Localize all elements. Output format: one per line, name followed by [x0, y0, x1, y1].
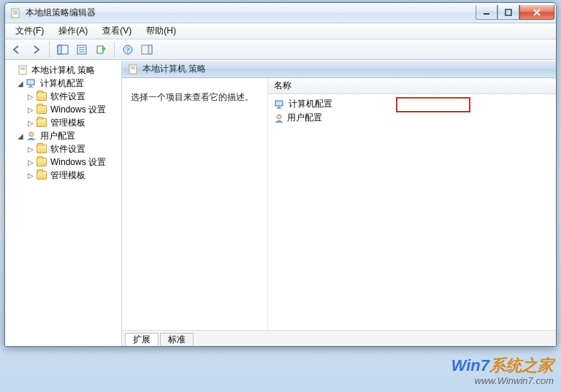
tree-software-settings[interactable]: ▷ 软件设置	[7, 142, 120, 155]
collapse-icon[interactable]: ◢	[15, 78, 26, 88]
main-window: 本地组策略编辑器 文件(F) 操作(A) 查看(V) 帮助(H) ? 本地计算机…	[4, 2, 557, 347]
folder-icon	[36, 117, 47, 128]
tree-label: Windows 设置	[50, 104, 106, 116]
expand-icon[interactable]: ▷	[26, 144, 36, 154]
tree-label: 软件设置	[50, 143, 85, 155]
tab-standard[interactable]: 标准	[160, 333, 194, 346]
list-item-label: 计算机配置	[289, 98, 332, 110]
folder-icon	[36, 104, 47, 115]
watermark: Win7系统之家 www.Winwin7.com	[451, 355, 554, 386]
policy-icon	[17, 64, 28, 76]
svg-rect-9	[58, 45, 61, 54]
tree-computer-config[interactable]: ◢ 计算机配置	[7, 77, 120, 90]
minimize-button[interactable]	[476, 5, 497, 20]
svg-point-25	[29, 132, 34, 137]
tab-label: 扩展	[133, 334, 150, 346]
properties-button[interactable]	[73, 42, 91, 58]
svg-rect-23	[29, 85, 32, 87]
collapse-icon[interactable]: ◢	[15, 131, 26, 141]
policy-icon	[128, 64, 138, 74]
tree-user-config[interactable]: ◢ 用户配置	[7, 129, 120, 142]
show-hide-tree-button[interactable]	[54, 42, 72, 58]
menubar: 文件(F) 操作(A) 查看(V) 帮助(H)	[5, 23, 556, 39]
watermark-win7: Win7	[451, 356, 489, 374]
expand-icon[interactable]: ▷	[26, 104, 36, 115]
list-item-user-config[interactable]: 用户配置	[272, 111, 552, 125]
tree-label: 本地计算机 策略	[31, 64, 95, 77]
user-icon	[26, 130, 37, 142]
show-hide-action-pane-button[interactable]	[138, 42, 156, 58]
menu-view[interactable]: 查看(V)	[95, 23, 139, 39]
policy-icon	[9, 7, 21, 19]
folder-icon	[36, 143, 47, 155]
svg-rect-18	[148, 45, 152, 54]
tree-label: 软件设置	[50, 91, 85, 103]
computer-icon	[26, 77, 37, 89]
list-items: 计算机配置 用户配置	[268, 94, 556, 128]
tree-admin-templates[interactable]: ▷ 管理模板	[7, 169, 120, 182]
menu-file[interactable]: 文件(F)	[8, 23, 51, 39]
list-item-label: 用户配置	[287, 112, 322, 124]
svg-rect-5	[505, 9, 511, 15]
tabstrip: 扩展 标准	[122, 330, 556, 346]
svg-rect-19	[19, 66, 26, 74]
toolbar: ?	[5, 39, 556, 60]
tab-extended[interactable]: 扩展	[125, 333, 159, 346]
tree-admin-templates[interactable]: ▷ 管理模板	[7, 116, 120, 129]
svg-point-32	[277, 115, 281, 119]
help-button[interactable]: ?	[119, 42, 137, 58]
svg-rect-14	[97, 46, 103, 53]
window-controls	[476, 5, 554, 20]
tree-pane[interactable]: 本地计算机 策略 ◢ 计算机配置 ▷ 软件设置 ▷ Windows 设置 ▷ 管…	[5, 61, 122, 346]
back-button[interactable]	[8, 42, 26, 58]
svg-rect-22	[27, 80, 34, 85]
folder-icon	[36, 91, 47, 102]
details-pane: 本地计算机 策略 选择一个项目来查看它的描述。 名称 计算机配置	[122, 61, 556, 346]
description-column: 选择一个项目来查看它的描述。	[122, 78, 268, 330]
expand-icon[interactable]: ▷	[26, 157, 36, 167]
details-body: 选择一个项目来查看它的描述。 名称 计算机配置 用户配置	[122, 78, 556, 330]
separator	[114, 42, 115, 58]
blank-twisty	[7, 65, 17, 75]
expand-icon[interactable]: ▷	[26, 91, 36, 101]
details-header: 本地计算机 策略	[122, 61, 556, 78]
list-item-computer-config[interactable]: 计算机配置	[272, 97, 552, 111]
tree-label: 计算机配置	[40, 77, 84, 90]
close-button[interactable]	[519, 5, 554, 20]
list-column: 名称 计算机配置 用户配置	[268, 78, 556, 330]
tree-label: 用户配置	[40, 130, 75, 142]
tab-label: 标准	[168, 334, 186, 346]
column-header-name[interactable]: 名称	[268, 78, 556, 94]
folder-icon	[36, 156, 47, 168]
tree-label: Windows 设置	[50, 156, 106, 169]
forward-button[interactable]	[27, 42, 45, 58]
titlebar[interactable]: 本地组策略编辑器	[5, 3, 556, 23]
tree-label: 管理模板	[50, 169, 85, 182]
expand-icon[interactable]: ▷	[26, 118, 36, 128]
tree-windows-settings[interactable]: ▷ Windows 设置	[7, 155, 120, 169]
maximize-button[interactable]	[497, 5, 519, 20]
watermark-brand: Win7系统之家	[451, 355, 554, 377]
menu-help[interactable]: 帮助(H)	[139, 23, 183, 39]
tree-windows-settings[interactable]: ▷ Windows 设置	[7, 103, 120, 116]
description-text: 选择一个项目来查看它的描述。	[131, 92, 253, 102]
expand-icon[interactable]: ▷	[26, 170, 36, 180]
svg-rect-31	[276, 108, 282, 109]
user-icon	[274, 113, 284, 123]
svg-rect-30	[278, 107, 280, 108]
watermark-zh: 系统之家	[489, 356, 554, 374]
content-area: 本地计算机 策略 ◢ 计算机配置 ▷ 软件设置 ▷ Windows 设置 ▷ 管…	[5, 60, 556, 346]
export-list-button[interactable]	[92, 42, 110, 58]
computer-icon	[274, 99, 286, 109]
details-header-text: 本地计算机 策略	[142, 63, 206, 75]
tree-root[interactable]: 本地计算机 策略	[7, 64, 120, 77]
svg-rect-0	[12, 9, 19, 18]
window-title: 本地组策略编辑器	[26, 7, 476, 19]
tree-label: 管理模板	[50, 117, 85, 129]
menu-action[interactable]: 操作(A)	[51, 23, 95, 39]
svg-rect-29	[275, 101, 283, 106]
separator	[49, 42, 50, 58]
column-label: 名称	[274, 80, 291, 92]
svg-rect-24	[28, 87, 34, 88]
tree-software-settings[interactable]: ▷ 软件设置	[7, 90, 120, 103]
